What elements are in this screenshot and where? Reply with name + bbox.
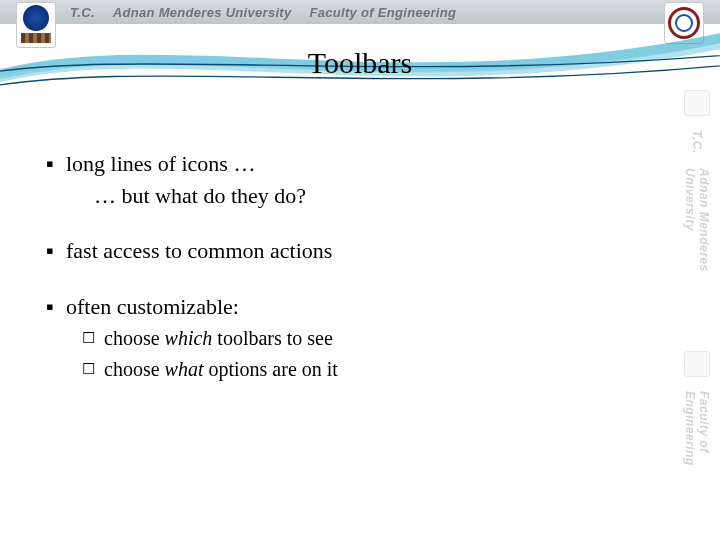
watermark-tc: T.C. — [690, 130, 704, 154]
header-band: T.C. Adnan Menderes University Faculty o… — [0, 0, 720, 24]
box-marker-icon: ☐ — [82, 357, 104, 382]
slide-body: ▪ long lines of icons … … but what do th… — [46, 150, 660, 382]
slide: T.C. Adnan Menderes University Faculty o… — [0, 0, 720, 540]
bullet-marker-icon: ▪ — [46, 237, 66, 265]
sub-bullet-1-text: choose which toolbars to see — [104, 326, 333, 351]
bullet-2-text: fast access to common actions — [66, 237, 332, 265]
header-text: T.C. Adnan Menderes University Faculty o… — [70, 5, 456, 20]
bullet-3: ▪ often customizable: — [46, 293, 660, 321]
watermark-right: T.C. Adnan Menderes University Faculty o… — [680, 90, 714, 530]
watermark-gear-icon — [684, 351, 710, 377]
header-tc: T.C. — [70, 5, 95, 20]
sub-bullet-2: ☐ choose what options are on it — [82, 357, 660, 382]
watermark-crest-icon — [684, 90, 710, 116]
university-crest-icon — [16, 2, 56, 48]
sub-bullet-1: ☐ choose which toolbars to see — [82, 326, 660, 351]
bullet-1-cont: … but what do they do? — [94, 182, 660, 210]
sub-bullet-2-text: choose what options are on it — [104, 357, 338, 382]
bullet-1-text: long lines of icons … — [66, 150, 255, 178]
bullet-marker-icon: ▪ — [46, 293, 66, 321]
header-faculty: Faculty of Engineering — [310, 5, 457, 20]
watermark-university: Adnan Menderes University — [683, 168, 711, 337]
bullet-3-text: often customizable: — [66, 293, 239, 321]
engineering-gear-icon — [664, 2, 704, 44]
box-marker-icon: ☐ — [82, 326, 104, 351]
watermark-faculty: Faculty of Engineering — [683, 391, 711, 530]
header-university: Adnan Menderes University — [113, 5, 292, 20]
bullet-2: ▪ fast access to common actions — [46, 237, 660, 265]
bullet-1: ▪ long lines of icons … — [46, 150, 660, 178]
slide-title: Toolbars — [0, 46, 720, 80]
bullet-marker-icon: ▪ — [46, 150, 66, 178]
